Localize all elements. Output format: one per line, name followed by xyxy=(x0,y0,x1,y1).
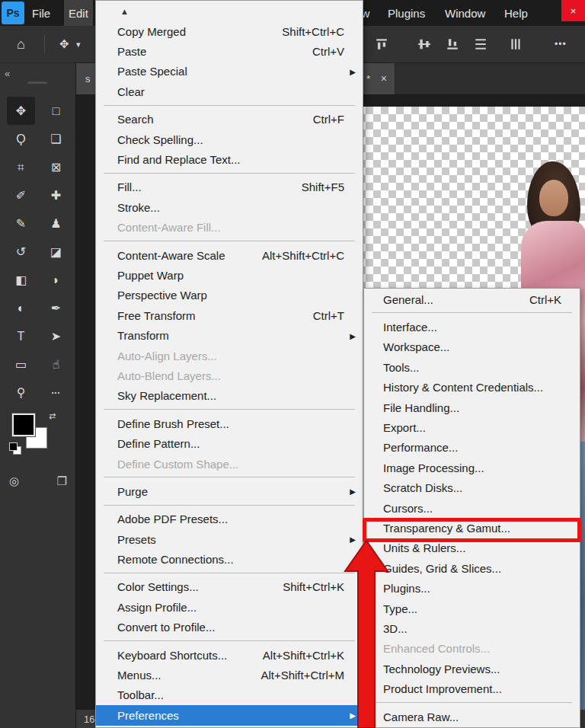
zoom-level-field[interactable]: 16 xyxy=(84,714,94,725)
menu-item-perspective-warp[interactable]: Perspective Warp xyxy=(96,286,363,305)
type-tool[interactable]: T xyxy=(7,322,35,350)
menu-item-adobe-pdf-presets[interactable]: Adobe PDF Presets... xyxy=(96,509,363,529)
menu-item-purge[interactable]: Purge▶ xyxy=(96,481,363,501)
gradient-tool[interactable]: ◧ xyxy=(7,266,35,294)
menu-item-keyboard-shortcuts[interactable]: Keyboard Shortcuts...Alt+Shift+Ctrl+K xyxy=(96,645,363,665)
pref-item-cursors[interactable]: Cursors... xyxy=(364,498,580,518)
blur-tool[interactable]: ◗ xyxy=(42,266,70,294)
pref-item-general[interactable]: General...Ctrl+K xyxy=(364,289,580,309)
frame-tool[interactable]: ⊠ xyxy=(42,153,70,181)
clone-stamp-tool[interactable]: ♟ xyxy=(42,209,70,238)
path-selection-tool[interactable]: ➤ xyxy=(42,322,70,350)
pref-item-camera-raw[interactable]: Camera Raw... xyxy=(364,707,580,726)
menu-item-toolbar[interactable]: Toolbar... xyxy=(96,685,363,705)
menu-item-preferences[interactable]: Preferences▶ xyxy=(96,705,363,725)
pref-item-interface[interactable]: Interface... xyxy=(364,317,580,337)
label: Copy Merged xyxy=(117,25,186,38)
spot-healing-brush-tool[interactable]: ✚ xyxy=(42,181,70,209)
menubar-plugins[interactable]: Plugins xyxy=(383,0,430,26)
panel-drag-handle[interactable] xyxy=(27,81,47,84)
rectangle-tool[interactable]: ▭ xyxy=(7,350,35,378)
pref-item-tools[interactable]: Tools... xyxy=(364,357,580,377)
collapse-panel-icon[interactable]: « xyxy=(5,68,10,79)
align-bottom-edges-icon[interactable] xyxy=(446,37,459,51)
menu-item-free-transform[interactable]: Free TransformCtrl+T xyxy=(96,305,363,325)
menu-item-presets[interactable]: Presets▶ xyxy=(96,529,363,549)
pref-item-plugins[interactable]: Plugins... xyxy=(364,578,580,598)
default-colors-icon[interactable] xyxy=(9,442,21,455)
zoom-tool[interactable]: ⚲ xyxy=(7,378,35,407)
move-tool[interactable]: ✥ xyxy=(7,97,35,125)
window-close-button[interactable]: × xyxy=(561,0,585,21)
label: Convert to Profile... xyxy=(117,621,215,634)
menu-item-paste-special[interactable]: Paste Special▶ xyxy=(96,62,363,81)
label: History & Content Credentials... xyxy=(383,381,543,394)
tab-close-icon[interactable]: × xyxy=(381,72,387,85)
menu-item-convert-to-profile[interactable]: Convert to Profile... xyxy=(96,618,363,637)
menu-item-transform[interactable]: Transform▶ xyxy=(96,325,363,345)
pref-item-product-improvement[interactable]: Product Improvement... xyxy=(364,679,580,698)
menu-item-sky-replacement[interactable]: Sky Replacement... xyxy=(96,386,363,406)
object-selection-tool[interactable]: ❏ xyxy=(42,125,70,153)
label: Cursors... xyxy=(383,502,433,515)
menu-item-check-spelling[interactable]: Check Spelling... xyxy=(96,129,363,149)
foreground-color-swatch[interactable] xyxy=(12,413,35,436)
eyedropper-tool[interactable]: ✐ xyxy=(7,181,35,209)
dodge-tool[interactable]: ◐ xyxy=(7,294,35,322)
home-icon[interactable]: ⌂ xyxy=(17,37,25,53)
menu-item-content-aware-scale[interactable]: Content-Aware ScaleAlt+Shift+Ctrl+C xyxy=(96,245,363,265)
pref-item-3d[interactable]: 3D... xyxy=(364,618,580,638)
menu-item-define-pattern[interactable]: Define Pattern... xyxy=(96,433,363,453)
chevron-down-icon[interactable]: ▾ xyxy=(76,40,81,49)
align-vertical-centers-icon[interactable] xyxy=(417,37,431,51)
menu-item-menus[interactable]: Menus...Alt+Shift+Ctrl+M xyxy=(96,665,363,685)
menubar-file[interactable]: File xyxy=(27,0,55,26)
hand-tool[interactable]: ☝ xyxy=(42,350,70,378)
pref-item-export[interactable]: Export... xyxy=(364,417,580,437)
label: Clear xyxy=(117,85,145,98)
brush-tool[interactable]: ✎ xyxy=(7,209,35,238)
menu-item-find-and-replace-text[interactable]: Find and Replace Text... xyxy=(96,149,363,169)
menubar-window[interactable]: Window xyxy=(440,0,490,26)
menu-item-define-brush-preset[interactable]: Define Brush Preset... xyxy=(96,413,363,433)
pen-tool[interactable]: ✒ xyxy=(42,294,70,322)
menu-scroll-up[interactable]: ▲ xyxy=(96,1,363,21)
menu-item-color-settings[interactable]: Color Settings...Shift+Ctrl+K xyxy=(96,577,363,597)
pref-item-technology-previews[interactable]: Technology Previews... xyxy=(364,659,580,679)
pref-item-workspace[interactable]: Workspace... xyxy=(364,337,580,357)
rectangular-marquee-tool[interactable]: □ xyxy=(42,97,70,125)
eraser-tool[interactable]: ◪ xyxy=(42,238,70,266)
menu-item-stroke[interactable]: Stroke... xyxy=(96,197,363,217)
pref-item-type[interactable]: Type... xyxy=(364,599,580,618)
screen-mode-button[interactable]: ❐ xyxy=(57,474,67,488)
history-brush-tool[interactable]: ↺ xyxy=(7,238,35,266)
menu-item-clear[interactable]: Clear xyxy=(96,81,363,101)
menu-item-puppet-warp[interactable]: Puppet Warp xyxy=(96,265,363,285)
pref-item-guides-grid-slices[interactable]: Guides, Grid & Slices... xyxy=(364,558,580,578)
distribute-vertically-icon[interactable] xyxy=(474,37,488,51)
menu-item-paste[interactable]: PasteCtrl+V xyxy=(96,41,363,61)
crop-tool[interactable]: ⌗ xyxy=(7,153,35,181)
swap-colors-icon[interactable]: ⇄ xyxy=(49,411,56,421)
menu-separator xyxy=(364,699,580,707)
align-top-edges-icon[interactable] xyxy=(375,37,388,51)
lasso-tool[interactable]: Ϙ xyxy=(7,125,35,153)
move-tool-preset-icon[interactable]: ✥ xyxy=(59,37,69,51)
divider xyxy=(44,35,45,53)
quick-mask-button[interactable]: ◎ xyxy=(9,474,19,488)
edit-toolbar-button[interactable]: ••• xyxy=(42,378,70,407)
pref-item-history-content-credentials[interactable]: History & Content Credentials... xyxy=(364,378,580,398)
menu-item-fill[interactable]: Fill...Shift+F5 xyxy=(96,177,363,197)
pref-item-file-handling[interactable]: File Handling... xyxy=(364,398,580,417)
pref-item-scratch-disks[interactable]: Scratch Disks... xyxy=(364,478,580,498)
more-options-icon[interactable]: ••• xyxy=(555,39,567,49)
menu-item-search[interactable]: SearchCtrl+F xyxy=(96,110,363,129)
menu-item-assign-profile[interactable]: Assign Profile... xyxy=(96,597,363,617)
pref-item-image-processing[interactable]: Image Processing... xyxy=(364,458,580,477)
pref-item-performance[interactable]: Performance... xyxy=(364,438,580,458)
menubar-help[interactable]: Help xyxy=(500,0,532,26)
menu-item-copy-merged[interactable]: Copy MergedShift+Ctrl+C xyxy=(96,21,363,41)
menu-item-remote-connections[interactable]: Remote Connections... xyxy=(96,549,363,569)
distribute-horizontally-icon[interactable] xyxy=(509,37,523,51)
menubar-edit[interactable]: Edit xyxy=(64,0,93,26)
